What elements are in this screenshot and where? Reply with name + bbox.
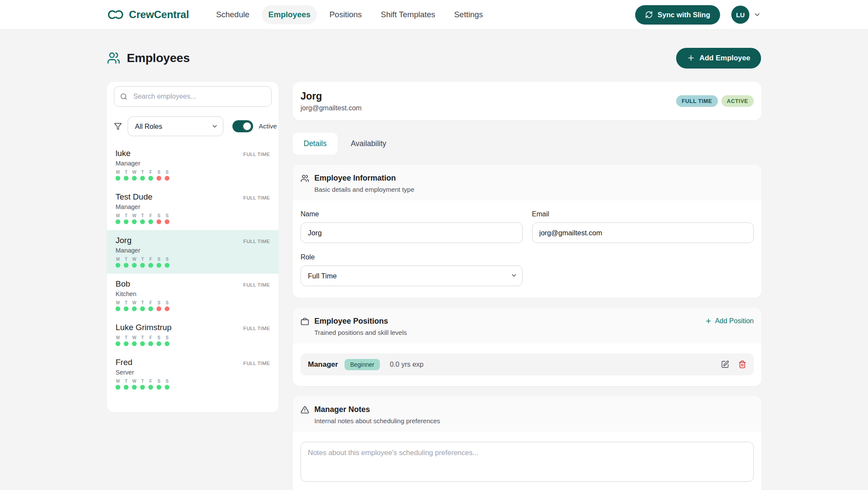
employee-detail-panel: Jorg jorg@gmailtest.com FULL TIME ACTIVE… — [293, 82, 761, 490]
employee-type-label: FULL TIME — [243, 152, 270, 157]
availability-dot — [132, 219, 137, 224]
nav-employees[interactable]: Employees — [262, 5, 317, 24]
sync-button-label: Sync with Sling — [658, 11, 710, 19]
employee-list: luke FULL TIME Manager MTWTFSS Test Dude… — [107, 143, 279, 412]
employee-list-item[interactable]: luke FULL TIME Manager MTWTFSS — [107, 143, 279, 187]
availability-dot — [116, 263, 120, 268]
brand: CrewCentral — [107, 9, 189, 21]
day-letter: M — [116, 335, 119, 340]
day-letter: T — [141, 213, 144, 218]
email-field[interactable] — [532, 222, 754, 243]
day-letter: S — [166, 379, 169, 384]
avatar: LU — [731, 6, 749, 24]
day-letter: S — [157, 335, 160, 340]
add-position-label: Add Position — [715, 317, 754, 325]
availability-dot — [132, 306, 137, 311]
availability-dot — [116, 341, 120, 346]
employee-type-label: FULL TIME — [243, 282, 270, 287]
availability-dot — [140, 306, 145, 311]
search-input[interactable] — [114, 86, 272, 107]
brand-name: CrewCentral — [129, 9, 189, 21]
crewcentral-logo-icon — [107, 9, 124, 20]
availability-dot — [157, 385, 161, 390]
delete-position-icon[interactable] — [738, 360, 746, 368]
nav-settings[interactable]: Settings — [448, 5, 489, 24]
availability-dot — [116, 176, 120, 181]
day-letter: S — [166, 335, 169, 340]
top-bar: CrewCentral Schedule Employees Positions… — [0, 0, 868, 30]
tab-availability[interactable]: Availability — [340, 133, 397, 155]
availability-dots: MTWTFSS — [116, 170, 270, 181]
card-title: Employee Information — [314, 174, 396, 183]
skill-level-badge: Beginner — [345, 359, 380, 370]
availability-dot — [124, 385, 128, 390]
availability-dot — [148, 263, 153, 268]
edit-position-icon[interactable] — [721, 360, 729, 368]
nav-shift-templates[interactable]: Shift Templates — [374, 5, 442, 24]
availability-dot — [148, 341, 153, 346]
availability-dot — [140, 176, 145, 181]
availability-dot — [148, 385, 153, 390]
availability-dot — [132, 176, 137, 181]
nav-positions[interactable]: Positions — [323, 5, 368, 24]
day-letter: T — [141, 257, 144, 262]
tab-details[interactable]: Details — [293, 133, 338, 155]
availability-dot — [157, 176, 161, 181]
role-select[interactable]: Full Time — [301, 265, 523, 286]
employee-name: luke — [116, 149, 131, 158]
detail-employee-email: jorg@gmailtest.com — [301, 104, 362, 112]
warning-triangle-icon — [301, 406, 309, 414]
availability-dots: MTWTFSS — [116, 379, 270, 390]
employee-list-item[interactable]: Jorg FULL TIME Manager MTWTFSS — [107, 230, 279, 274]
employee-name: Jorg — [116, 236, 132, 245]
add-employee-button[interactable]: Add Employee — [676, 48, 761, 69]
employee-list-item[interactable]: Luke Grimstrup FULL TIME MTWTFSS — [107, 317, 279, 352]
roles-filter-select[interactable]: All Roles — [128, 116, 223, 136]
add-position-button[interactable]: Add Position — [705, 317, 754, 325]
role-field-label: Role — [301, 253, 523, 261]
employee-name: Bob — [116, 279, 130, 289]
employee-type-label: FULL TIME — [243, 239, 270, 244]
day-letter: S — [157, 379, 160, 384]
manager-notes-textarea[interactable] — [301, 442, 754, 482]
availability-dot — [124, 306, 128, 311]
availability-dot — [148, 176, 153, 181]
employee-role: Manager — [116, 247, 270, 254]
day-letter: F — [149, 379, 152, 384]
employee-list-item[interactable]: Test Dude FULL TIME Manager MTWTFSS — [107, 187, 279, 230]
employee-list-item[interactable]: Bob FULL TIME Kitchen MTWTFSS — [107, 274, 279, 317]
availability-dot — [116, 306, 120, 311]
day-letter: T — [125, 213, 127, 218]
card-subtitle: Trained positions and skill levels — [314, 329, 754, 336]
detail-header-card: Jorg jorg@gmailtest.com FULL TIME ACTIVE — [293, 82, 761, 120]
chevron-down-icon — [753, 11, 761, 19]
availability-dot — [165, 385, 169, 390]
availability-dots: MTWTFSS — [116, 300, 270, 311]
day-letter: T — [141, 300, 144, 305]
detail-tabs: Details Availability — [293, 133, 761, 155]
employee-name: Test Dude — [116, 192, 153, 202]
employee-information-card: Employee Information Basic details and e… — [293, 165, 761, 298]
page-header: Employees Add Employee — [107, 47, 761, 69]
main-nav: Schedule Employees Positions Shift Templ… — [210, 5, 489, 24]
employee-role: Manager — [116, 203, 270, 210]
search-icon — [120, 93, 128, 100]
briefcase-icon — [301, 317, 309, 326]
sync-with-sling-button[interactable]: Sync with Sling — [635, 5, 720, 25]
day-letter: S — [157, 170, 160, 175]
availability-dot — [132, 341, 137, 346]
day-letter: F — [149, 300, 152, 305]
name-field[interactable] — [301, 222, 523, 243]
day-letter: T — [125, 170, 127, 175]
email-field-label: Email — [532, 210, 754, 218]
employee-list-item[interactable]: Fred FULL TIME Server MTWTFSS — [107, 352, 279, 396]
employee-role: Manager — [116, 160, 270, 167]
day-letter: M — [116, 213, 119, 218]
day-letter: S — [166, 213, 169, 218]
nav-schedule[interactable]: Schedule — [210, 5, 256, 24]
availability-dot — [140, 385, 145, 390]
active-toggle[interactable] — [232, 120, 253, 132]
availability-dot — [165, 219, 169, 224]
day-letter: F — [149, 213, 152, 218]
user-menu-button[interactable]: LU — [731, 6, 761, 24]
